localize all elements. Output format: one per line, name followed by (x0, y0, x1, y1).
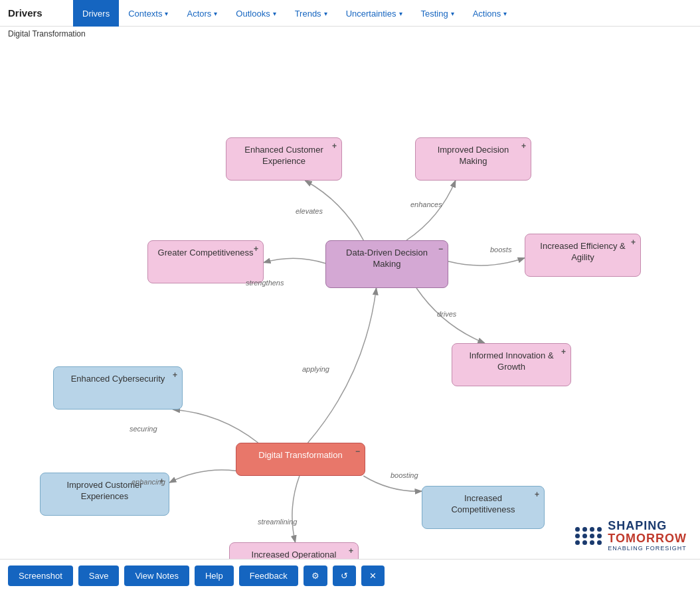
edge-label-digital-transformation-data-driven: applying (302, 365, 329, 373)
toolbar--[interactable]: ⚙ (304, 566, 327, 586)
node-improved-customer[interactable]: +Improved Customer Experiences (40, 473, 169, 516)
node-label-increased-competitiveness: Increased Competitiveness (451, 493, 515, 514)
nav-outlooks[interactable]: Outlooks ▾ (226, 0, 285, 27)
logo-text: SHAPING TOMORROW ENABLING FORESIGHT (608, 520, 687, 552)
nav-contexts[interactable]: Contexts ▾ (119, 0, 177, 27)
node-label-enhanced-customer: Enhanced Customer Experience (244, 145, 323, 166)
node-increased-competitiveness[interactable]: +Increased Competitiveness (422, 486, 545, 529)
edge-data-driven-greater-competitiveness (264, 258, 325, 264)
nav-bar: DriversContexts ▾Actors ▾Outlooks ▾Trend… (73, 0, 516, 26)
edge-digital-transformation-increased-competitiveness (363, 476, 422, 491)
node-increased-efficiency[interactable]: +Increased Efficiency & Agility (525, 234, 641, 277)
node-label-informed-innovation: Informed Innovation & Growth (469, 350, 553, 372)
node-badge-digital-transformation: − (355, 447, 360, 457)
edge-label-digital-transformation-enhanced-cybersecurity: securing (130, 425, 157, 433)
nav-testing[interactable]: Testing ▾ (412, 0, 464, 27)
logo-dots (575, 527, 602, 545)
edge-data-driven-improved-decision (406, 181, 456, 240)
node-digital-transformation[interactable]: −Digital Transformation (236, 443, 365, 476)
node-label-improved-decision: Improved Decision Making (438, 145, 509, 166)
node-badge-increased-competitiveness: + (535, 490, 539, 500)
toolbar: ScreenshotSaveView NotesHelpFeedback⚙↺✕ (0, 559, 700, 592)
node-badge-data-driven: − (438, 244, 443, 255)
node-label-greater-competitiveness: Greater Competitiveness (158, 248, 254, 258)
chevron-icon: ▾ (451, 10, 454, 17)
toolbar--[interactable]: ✕ (361, 566, 385, 586)
node-enhanced-cybersecurity[interactable]: +Enhanced Cybersecurity (53, 366, 183, 410)
node-badge-improved-decision: + (521, 141, 526, 152)
edge-data-driven-enhanced-customer (305, 181, 363, 240)
toolbar-help[interactable]: Help (195, 566, 234, 586)
logo-tomorrow: TOMORROW (608, 532, 687, 546)
toolbar-save[interactable]: Save (78, 566, 120, 586)
breadcrumb: Digital Transformation (0, 27, 700, 41)
edge-label-data-driven-increased-efficiency: boosts (490, 246, 511, 254)
toolbar--[interactable]: ↺ (333, 566, 356, 586)
header: Drivers DriversContexts ▾Actors ▾Outlook… (0, 0, 700, 27)
logo-sub: ENABLING FORESIGHT (608, 546, 687, 552)
edge-data-driven-increased-efficiency (448, 258, 525, 265)
nav-trends[interactable]: Trends ▾ (286, 0, 337, 27)
node-label-improved-customer: Improved Customer Experiences (66, 480, 142, 501)
edge-label-data-driven-enhanced-customer: elevates (296, 207, 323, 215)
edge-label-data-driven-informed-innovation: drives (437, 310, 456, 318)
chevron-icon: ▾ (214, 10, 217, 17)
node-badge-increased-operational: + (349, 546, 353, 557)
node-enhanced-customer[interactable]: +Enhanced Customer Experience (226, 137, 342, 181)
nav-actions[interactable]: Actions ▾ (464, 0, 517, 27)
node-badge-enhanced-cybersecurity: + (173, 370, 177, 381)
nav-uncertainties[interactable]: Uncertainties ▾ (337, 0, 412, 27)
edge-digital-transformation-improved-customer (169, 470, 236, 483)
node-badge-informed-innovation: + (561, 347, 566, 358)
edge-label-digital-transformation-increased-operational: streamlining (258, 518, 297, 526)
node-badge-enhanced-customer: + (332, 141, 337, 152)
node-label-increased-operational: Increased Operational Efficiency (252, 550, 337, 559)
node-informed-innovation[interactable]: +Informed Innovation & Growth (452, 343, 571, 386)
toolbar-feedback[interactable]: Feedback (239, 566, 298, 586)
app-title: Drivers (0, 7, 73, 19)
edge-digital-transformation-increased-operational (292, 476, 300, 542)
edge-digital-transformation-data-driven (308, 288, 377, 443)
node-improved-decision[interactable]: +Improved Decision Making (415, 137, 531, 181)
node-label-digital-transformation: Digital Transformation (258, 450, 342, 460)
node-increased-operational[interactable]: +Increased Operational Efficiency (229, 542, 359, 559)
logo-area: SHAPING TOMORROW ENABLING FORESIGHT (575, 520, 687, 552)
nav-drivers[interactable]: Drivers (73, 0, 119, 27)
chevron-icon: ▾ (324, 10, 327, 17)
chevron-icon: ▾ (273, 10, 276, 17)
toolbar-view-notes[interactable]: View Notes (124, 566, 189, 586)
edge-digital-transformation-enhanced-cybersecurity (173, 410, 258, 443)
edge-label-data-driven-improved-decision: enhances (410, 200, 442, 208)
node-greater-competitiveness[interactable]: +Greater Competitiveness (147, 240, 264, 283)
chevron-icon: ▾ (165, 10, 168, 17)
chevron-icon: ▾ (503, 10, 507, 17)
node-badge-improved-customer: + (159, 477, 164, 487)
node-badge-increased-efficiency: + (631, 238, 636, 248)
edge-label-digital-transformation-increased-competitiveness: boosting (391, 471, 418, 479)
node-label-enhanced-cybersecurity: Enhanced Cybersecurity (71, 374, 165, 384)
edge-data-driven-informed-innovation (416, 288, 485, 343)
node-label-data-driven: Data-Driven Decision Making (346, 248, 428, 269)
chevron-icon: ▾ (399, 10, 402, 17)
logo-shaping: SHAPING (608, 520, 687, 533)
node-label-increased-efficiency: Increased Efficiency & Agility (540, 241, 625, 262)
toolbar-screenshot[interactable]: Screenshot (8, 566, 73, 586)
node-data-driven[interactable]: −Data-Driven Decision Making (325, 240, 448, 288)
node-badge-greater-competitiveness: + (254, 244, 258, 255)
diagram-canvas: +Enhanced Customer Experience+Improved D… (0, 41, 700, 559)
nav-actors[interactable]: Actors ▾ (177, 0, 226, 27)
